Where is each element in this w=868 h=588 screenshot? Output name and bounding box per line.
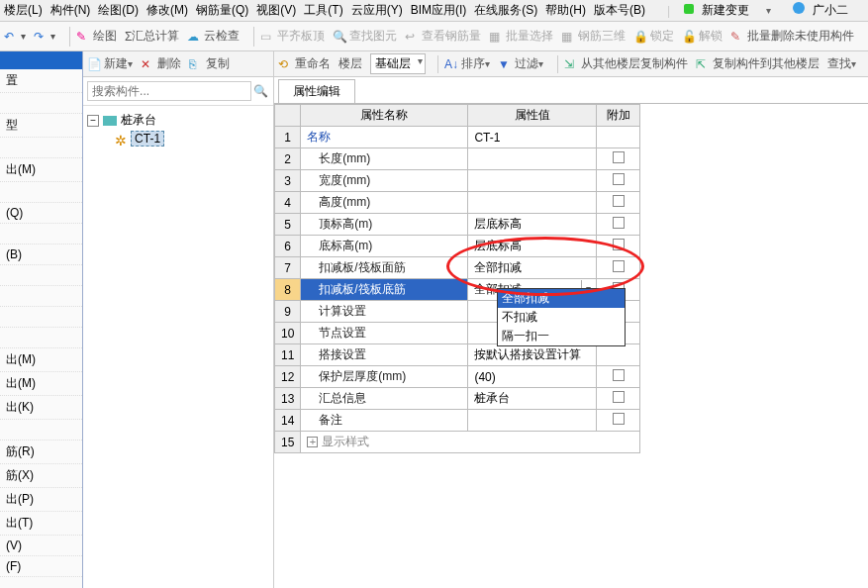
table-row[interactable]: 11搭接设置按默认搭接设置计算 <box>275 344 640 366</box>
menu-item[interactable]: 楼层(L) <box>4 2 43 19</box>
property-value[interactable]: 按默认搭接设置计算 <box>468 344 597 366</box>
sidebar-item[interactable]: (F) <box>0 556 82 577</box>
property-extra[interactable] <box>597 170 640 192</box>
property-value[interactable] <box>468 148 597 170</box>
search-input[interactable] <box>87 81 251 101</box>
filter-button[interactable]: ▼过滤 ▾ <box>498 55 543 72</box>
property-extra[interactable] <box>597 388 640 410</box>
flat-top-button[interactable]: ▭平齐板顶 <box>260 28 325 45</box>
lock-button[interactable]: 🔒锁定 <box>633 28 674 45</box>
property-value[interactable] <box>468 410 597 432</box>
tree-child[interactable]: ✲ CT-1 <box>115 131 269 147</box>
checkbox[interactable] <box>613 413 625 425</box>
cloud-check-button[interactable]: ☁云检查 <box>187 28 240 45</box>
sidebar-item[interactable]: (Q) <box>0 203 82 224</box>
checkbox[interactable] <box>613 391 625 403</box>
property-value[interactable]: 桩承台 <box>468 388 597 410</box>
checkbox[interactable] <box>613 260 625 272</box>
sidebar-item[interactable] <box>0 265 82 286</box>
property-value[interactable]: CT-1 <box>468 127 597 148</box>
tab-property-edit[interactable]: 属性编辑 <box>278 79 355 103</box>
checkbox[interactable] <box>613 239 625 250</box>
sidebar-item[interactable]: 置 <box>0 69 82 93</box>
menu-item[interactable]: 在线服务(S) <box>474 2 537 19</box>
tree-root[interactable]: − 桩承台 <box>87 112 269 129</box>
menu-item[interactable]: 版本号(B) <box>594 2 645 19</box>
checkbox[interactable] <box>613 151 625 163</box>
sidebar-item[interactable] <box>0 182 82 203</box>
sidebar-item[interactable]: (V) <box>0 536 82 556</box>
undo-button[interactable]: ↶▾ <box>4 30 26 44</box>
menu-item[interactable]: 云应用(Y) <box>351 2 403 19</box>
rename-button[interactable]: ⟲重命名 <box>278 55 331 72</box>
sidebar-item[interactable]: 出(P) <box>0 488 82 512</box>
sidebar-item[interactable]: 型 <box>0 114 82 138</box>
copy-to-button[interactable]: ⇱复制构件到其他楼层 <box>696 55 820 72</box>
property-value[interactable] <box>468 170 597 192</box>
property-extra[interactable] <box>597 410 640 432</box>
dropdown-option[interactable]: 不扣减 <box>498 308 625 327</box>
table-row[interactable]: 2长度(mm) <box>275 148 640 170</box>
sidebar-item[interactable] <box>0 138 82 158</box>
sidebar-item[interactable]: 筋(R) <box>0 441 82 464</box>
sidebar-item[interactable]: 出(M) <box>0 372 82 396</box>
menu-item[interactable]: 钢筋量(Q) <box>196 2 248 19</box>
rebar3d-button[interactable]: ▦钢筋三维 <box>561 28 626 45</box>
property-value[interactable]: 层底标高 <box>468 214 597 236</box>
unlock-button[interactable]: 🔓解锁 <box>682 28 723 45</box>
new-button[interactable]: 📄新建 ▾ <box>87 55 133 72</box>
sidebar-item[interactable] <box>0 328 82 348</box>
sidebar-item[interactable] <box>0 224 82 245</box>
redo-button[interactable]: ↷▾ <box>34 30 55 44</box>
copy-from-button[interactable]: ⇲从其他楼层复制构件 <box>564 55 688 72</box>
property-extra[interactable] <box>597 344 640 366</box>
dropdown-option[interactable]: 隔一扣一 <box>498 327 625 345</box>
property-extra[interactable] <box>597 148 640 170</box>
sidebar-item[interactable]: 筋(X) <box>0 464 82 488</box>
menu-item[interactable]: 绘图(D) <box>98 2 139 19</box>
table-row[interactable]: 1名称CT-1 <box>275 127 640 148</box>
menu-item[interactable]: 构件(N) <box>50 2 91 19</box>
sort-button[interactable]: A↓排序 ▾ <box>444 55 490 72</box>
find-elem-button[interactable]: 🔍查找图元 <box>333 28 397 45</box>
table-row[interactable]: 15+ 显示样式 <box>275 432 640 453</box>
property-value[interactable]: 全部扣减 <box>468 257 597 279</box>
checkbox[interactable] <box>613 217 625 229</box>
menu-item[interactable]: 帮助(H) <box>545 2 586 19</box>
sidebar-item[interactable]: 出(T) <box>0 512 82 536</box>
property-extra[interactable] <box>597 192 640 214</box>
menu-item[interactable]: 视图(V) <box>256 2 296 19</box>
sidebar-item[interactable]: 出(M) <box>0 158 82 182</box>
property-value[interactable] <box>468 192 597 214</box>
property-extra[interactable] <box>597 127 640 148</box>
menu-item[interactable]: 工具(T) <box>304 2 342 19</box>
floor-select[interactable]: 基础层 <box>370 53 426 74</box>
property-extra[interactable] <box>597 366 640 388</box>
collapse-icon[interactable]: − <box>87 115 99 127</box>
sum-button[interactable]: Σ 汇总计算 <box>125 28 179 45</box>
checkbox[interactable] <box>613 195 625 207</box>
table-row[interactable]: 12保护层厚度(mm)(40) <box>275 366 640 388</box>
delete-button[interactable]: ✕删除 <box>141 55 181 72</box>
batch-select-button[interactable]: ▦批量选择 <box>489 28 553 45</box>
menu-item[interactable]: 修改(M) <box>146 2 188 19</box>
table-row[interactable]: 4高度(mm) <box>275 192 640 214</box>
checkbox[interactable] <box>613 173 625 185</box>
new-change-button[interactable]: 新建变更 ▾ <box>684 2 779 19</box>
property-extra[interactable] <box>597 257 640 279</box>
sidebar-item[interactable] <box>0 420 82 441</box>
table-row[interactable]: 7扣减板/筏板面筋全部扣减 <box>275 257 640 279</box>
sidebar-item[interactable] <box>0 93 82 114</box>
table-row[interactable]: 13汇总信息桩承台 <box>275 388 640 410</box>
value-dropdown[interactable]: 全部扣减 不扣减 隔一扣一 <box>497 288 626 346</box>
table-row[interactable]: 6底标高(m)层底标高 <box>275 236 640 257</box>
dropdown-option-selected[interactable]: 全部扣减 <box>498 289 625 308</box>
draw-button[interactable]: ✎绘图 <box>76 28 117 45</box>
batch-delete-button[interactable]: ✎批量删除未使用构件 <box>730 28 854 45</box>
search-icon[interactable]: 🔍 <box>251 84 269 98</box>
expand-icon[interactable]: + <box>307 437 318 447</box>
table-row[interactable]: 3宽度(mm) <box>275 170 640 192</box>
sidebar-item[interactable]: 出(K) <box>0 396 82 420</box>
property-value[interactable]: (40) <box>468 366 597 388</box>
sidebar-item[interactable]: 出(M) <box>0 348 82 372</box>
